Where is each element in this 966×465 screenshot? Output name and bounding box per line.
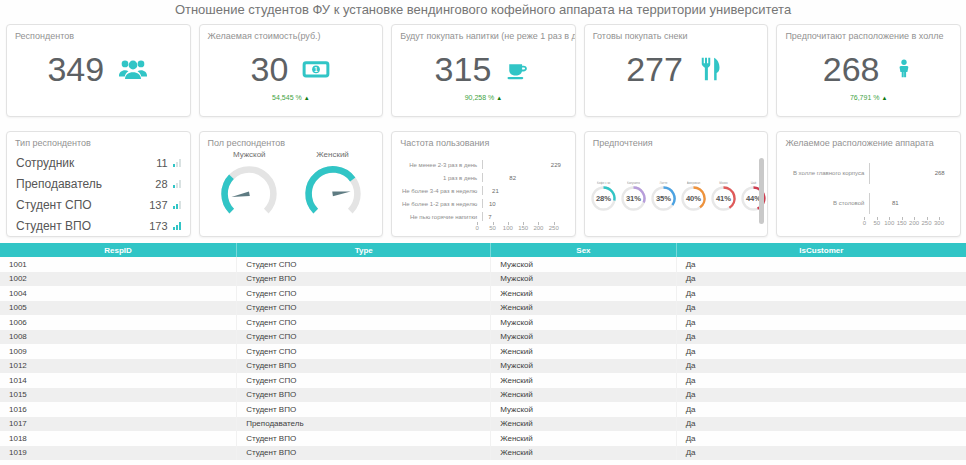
type-row[interactable]: Студент ВПО 173 — [7, 215, 190, 236]
gauge-male[interactable]: Мужской — [211, 150, 287, 226]
table-cell: Да — [676, 315, 966, 330]
table-cell: Студент СПО — [237, 301, 491, 316]
preference-donut[interactable]: Латте 35% — [650, 178, 677, 216]
page-title: Отношение студентов ФУ к установке венди… — [0, 2, 966, 17]
column-header-respid[interactable]: RespID — [0, 243, 237, 257]
table-cell: Да — [676, 388, 966, 403]
respondents-table: RespID Type Sex IsCustomer 1001Студент С… — [0, 243, 966, 465]
type-label: Студент ВПО — [16, 219, 149, 233]
column-header-type[interactable]: Type — [237, 243, 491, 257]
table-row[interactable]: 1006Студент СПОМужскойДа — [0, 315, 966, 330]
axis-tick-label: 150 — [897, 220, 907, 226]
table-cell: 1009 — [0, 344, 237, 359]
bar-category-label: Не менее 2-3 раз в день — [399, 162, 482, 168]
table-cell: Да — [676, 373, 966, 388]
table-row[interactable]: 1004Студент СПОЖенскийДа — [0, 286, 966, 301]
donut-percent: 28% — [596, 194, 611, 203]
bar-row: В холле главного корпуса 268 — [784, 158, 955, 188]
kpi-delta — [585, 94, 768, 106]
banknote-icon: 1 — [301, 54, 331, 84]
x-axis: 050100150200250300 — [864, 218, 939, 229]
table-cell: Мужской — [491, 257, 676, 272]
donut-percent: 35% — [656, 194, 671, 203]
gauge-label: Мужской — [211, 150, 287, 159]
table-cell: Да — [676, 286, 966, 301]
table-row[interactable]: 1005Студент СПОЖенскийДа — [0, 301, 966, 316]
table-cell: Студент СПО — [237, 330, 491, 345]
kpi-delta — [7, 94, 190, 106]
bar-track: 7 — [482, 212, 554, 221]
bar-track: 82 — [482, 173, 554, 182]
up-arrow-icon: ▲ — [304, 95, 310, 101]
column-header-iscustomer[interactable]: IsCustomer — [676, 243, 966, 257]
table-row[interactable]: 1001Студент СПОМужскойДа — [0, 257, 966, 272]
table-row[interactable]: 1015Студент ВПОЖенскийДа — [0, 388, 966, 403]
bar-row: В столовой 81 — [784, 188, 955, 218]
column-header-sex[interactable]: Sex — [491, 243, 676, 257]
mini-bars-icon — [173, 180, 181, 188]
kpi-delta: 54,545 %▲ — [200, 94, 383, 106]
up-arrow-icon: ▲ — [881, 95, 887, 101]
bar-value-label: 7 — [488, 214, 491, 220]
table-row[interactable]: 1008Студент СПОМужскойДа — [0, 330, 966, 345]
axis-tick-label: 250 — [922, 220, 932, 226]
donut-label: Чай — [747, 182, 761, 186]
table-cell: Да — [676, 301, 966, 316]
kpi-card-hall[interactable]: Предпочитают расположение в холле 268 76… — [776, 24, 961, 117]
type-row[interactable]: Преподаватель 28 — [7, 173, 190, 194]
bar-row: Не пью горячие напитки 7 — [399, 210, 570, 223]
axis-tick-label: 200 — [533, 225, 543, 231]
table-row[interactable]: 1019Студент ВПОЖенскийДа — [0, 446, 966, 461]
x-axis: 050100150200250 — [477, 223, 554, 234]
donut-label: Латте — [657, 182, 671, 186]
frequency-bar-chart: Не менее 2-3 раз в день 229 1 раз в день… — [399, 158, 570, 234]
table-cell: Да — [676, 330, 966, 345]
preference-donut[interactable]: Американо 40% — [680, 178, 707, 216]
panel-title: Пол респондентов — [200, 132, 383, 148]
table-cell: Студент СПО — [237, 344, 491, 359]
table-cell: Мужской — [491, 402, 676, 417]
axis-tick-label: 150 — [518, 225, 528, 231]
kpi-card-drinks[interactable]: Будут покупать напитки (не реже 1 раз в … — [391, 24, 576, 117]
gauge-female[interactable]: Женский — [295, 150, 371, 226]
axis-tick-label: 250 — [549, 225, 559, 231]
table-cell: 1017 — [0, 417, 237, 432]
table-cell: 1002 — [0, 272, 237, 287]
table-row[interactable]: 1014Студент СПОЖенскийДа — [0, 373, 966, 388]
vertical-scrollbar[interactable] — [759, 158, 764, 224]
type-row[interactable]: Сотрудник 11 — [7, 152, 190, 173]
gender-gauges: Мужской Женский — [200, 150, 383, 226]
axis-tick-label: 0 — [863, 220, 866, 226]
preference-donut[interactable]: Кофе с молоком 28% — [590, 178, 617, 216]
table-row[interactable]: 1009Студент СПОЖенскийДа — [0, 344, 966, 359]
table-row[interactable]: 1018Студент ВПОЖенскийДа — [0, 431, 966, 446]
table-row[interactable]: 1017ПреподавательЖенскийДа — [0, 417, 966, 432]
mini-bars-icon — [173, 159, 181, 167]
bar-value-label: 81 — [892, 200, 899, 206]
type-row[interactable]: Студент СПО 137 — [7, 194, 190, 215]
bar-row: Не менее 2-3 раз в день 229 — [399, 158, 570, 171]
table-cell: Студент СПО — [237, 257, 491, 272]
axis-tick-label: 50 — [489, 225, 496, 231]
svg-text:1: 1 — [314, 66, 318, 73]
bar-category-label: В холле главного корпуса — [784, 170, 869, 176]
table-row[interactable]: 1002Студент ВПОМужскойДа — [0, 272, 966, 287]
table-row[interactable]: 1012Студент ВПОМужскойДа — [0, 359, 966, 374]
table-header-row: RespID Type Sex IsCustomer — [0, 243, 966, 257]
bar-value-label: 21 — [492, 188, 499, 194]
kpi-card-price[interactable]: Желаемая стоимость(руб.) 30 1 54,545 %▲ — [199, 24, 384, 117]
kpi-value: 268 — [823, 50, 880, 89]
kpi-row: Респондентов 349 Желаемая стоимость(руб.… — [6, 24, 961, 117]
person-icon — [893, 57, 915, 81]
type-breakdown-list: Сотрудник 11 Преподаватель 28 Студент СП… — [7, 152, 190, 236]
table-cell: 1018 — [0, 431, 237, 446]
table-cell: 1019 — [0, 446, 237, 461]
table-cell: Студент ВПО — [237, 431, 491, 446]
table-cell: Женский — [491, 431, 676, 446]
kpi-card-snacks[interactable]: Готовы покупать снеки 277 — [584, 24, 769, 117]
table-row[interactable]: 1016Студент ВПОМужскойДа — [0, 402, 966, 417]
preference-donut[interactable]: Мокко 41% — [710, 178, 737, 216]
preference-donut[interactable]: Капучино 31% — [620, 178, 647, 216]
kpi-card-respondents[interactable]: Респондентов 349 — [6, 24, 191, 117]
location-bar-chart: В холле главного корпуса 268 В столовой … — [784, 158, 955, 229]
